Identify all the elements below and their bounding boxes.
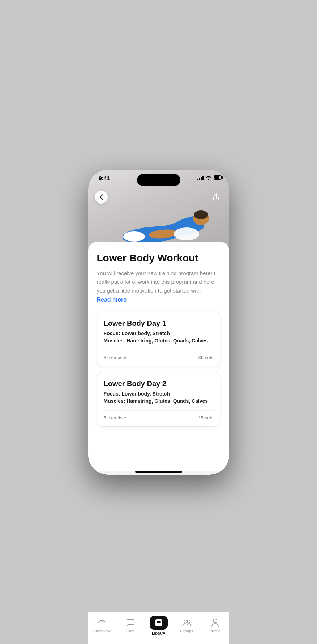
- wifi-icon: [206, 175, 211, 180]
- read-more-button[interactable]: Read more: [97, 297, 127, 303]
- workout-description: You will receive your new training progr…: [97, 269, 220, 295]
- svg-point-4: [194, 210, 208, 219]
- phone-frame: 9:41: [88, 170, 229, 475]
- signal-bars-icon: [197, 175, 204, 180]
- day-1-focus: Focus: Lower body, Stretch: [104, 330, 214, 336]
- status-time: 9:41: [99, 175, 110, 181]
- day-card-2[interactable]: Lower Body Day 2 Focus: Lower body, Stre…: [97, 372, 220, 427]
- content-card: Lower Body Workout You will receive your…: [88, 242, 229, 471]
- svg-point-6: [174, 227, 199, 240]
- battery-icon: [214, 175, 223, 180]
- status-icons: [197, 175, 223, 180]
- hero-image: [123, 180, 224, 249]
- day-card-1[interactable]: Lower Body Day 1 Focus: Lower body, Stre…: [97, 312, 220, 366]
- svg-point-7: [123, 231, 145, 242]
- day-1-sets: 36 sets: [198, 355, 214, 360]
- day-2-title: Lower Body Day 2: [104, 380, 214, 388]
- day-2-muscles: Muscles: Hamstring, Glutes, Quads, Calve…: [104, 398, 214, 404]
- day-2-sets: 15 sets: [198, 415, 214, 421]
- day-1-title: Lower Body Day 1: [104, 319, 214, 328]
- day-2-focus: Focus: Lower body, Stretch: [104, 391, 214, 397]
- day-2-stats: 5 exercises 15 sets: [104, 410, 214, 421]
- day-1-stats: 8 exercises 36 sets: [104, 350, 214, 360]
- workout-title: Lower Body Workout: [97, 252, 220, 264]
- dynamic-island: [137, 174, 180, 186]
- day-2-exercises: 5 exercises: [104, 415, 128, 421]
- day-1-exercises: 8 exercises: [104, 355, 128, 360]
- home-indicator: [135, 471, 182, 473]
- screen-content[interactable]: Lower Body Workout You will receive your…: [88, 170, 229, 475]
- back-button[interactable]: [95, 191, 108, 204]
- day-1-muscles: Muscles: Hamstring, Glutes, Quads, Calve…: [104, 338, 214, 344]
- phone-screen: 9:41: [88, 170, 229, 475]
- share-button[interactable]: [210, 191, 223, 204]
